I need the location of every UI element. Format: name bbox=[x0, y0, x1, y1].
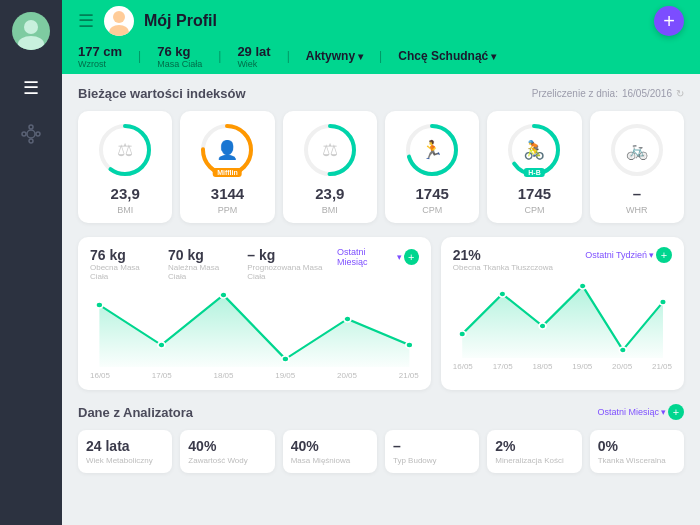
indices-title: Bieżące wartości indeksów bbox=[78, 86, 246, 101]
sidebar-icon-link[interactable] bbox=[13, 116, 49, 152]
card-value-2: 23,9 bbox=[315, 185, 344, 203]
svg-point-0 bbox=[24, 20, 38, 34]
topbar-stat-age: 29 lat Wiek bbox=[237, 44, 270, 69]
svg-point-2 bbox=[27, 130, 35, 138]
svg-point-6 bbox=[36, 132, 40, 136]
circle-0: ⚖ bbox=[96, 121, 154, 179]
refresh-icon[interactable]: ↻ bbox=[676, 88, 684, 99]
analyzer-add-btn[interactable]: + bbox=[668, 404, 684, 420]
circle-1: 👤 Mifflin bbox=[198, 121, 256, 179]
card-label-4: CPM bbox=[524, 205, 544, 215]
add-button[interactable]: + bbox=[654, 6, 684, 36]
card-icon-2: ⚖ bbox=[322, 139, 338, 161]
tkanka-chart-stats: 21%Obecna Tkanka Tłuszczowa bbox=[453, 247, 553, 272]
index-card-3: 🏃 1745 CPM bbox=[385, 111, 479, 223]
stat-age-label: Wiek bbox=[237, 59, 257, 69]
active-dropdown[interactable]: Aktywny ▾ bbox=[306, 49, 363, 63]
svg-point-5 bbox=[22, 132, 26, 136]
svg-point-1 bbox=[18, 36, 44, 50]
card-label-1: PPM bbox=[218, 205, 238, 215]
card-label-5: WHR bbox=[626, 205, 648, 215]
indices-date: Przeliczenie z dnia: 16/05/2016 ↻ bbox=[532, 88, 684, 99]
analyzer-card-5: 0%Tkanka Wisceralna bbox=[590, 430, 684, 473]
card-icon-5: 🚲 bbox=[626, 139, 648, 161]
stat-weight-label: Masa Ciała bbox=[157, 59, 202, 69]
tkanka-chart-dates: 16/0517/0518/0519/0520/0521/05 bbox=[453, 362, 672, 371]
svg-point-32 bbox=[539, 323, 546, 329]
topbar-title: Mój Profil bbox=[144, 12, 217, 30]
tkanka-stat-0: 21%Obecna Tkanka Tłuszczowa bbox=[453, 247, 553, 272]
svg-point-9 bbox=[109, 25, 129, 36]
stat-weight-value: 76 kg bbox=[157, 44, 190, 59]
svg-point-28 bbox=[406, 342, 413, 348]
svg-marker-29 bbox=[462, 286, 663, 358]
card-label-3: CPM bbox=[422, 205, 442, 215]
svg-point-31 bbox=[499, 291, 506, 297]
indices-section-header: Bieżące wartości indeksów Przeliczenie z… bbox=[78, 86, 684, 101]
masa-chart-panel: 76 kgObecna Masa Ciała70 kgNależna Masa … bbox=[78, 237, 431, 390]
svg-point-23 bbox=[96, 302, 103, 308]
analyzer-card-2: 40%Masa Mięśniowa bbox=[283, 430, 377, 473]
topbar-avatar bbox=[104, 6, 134, 36]
card-value-5: – bbox=[633, 185, 641, 203]
circle-2: ⚖ bbox=[301, 121, 359, 179]
masa-dropdown[interactable]: Ostatni Miesiąc ▾ + bbox=[337, 247, 419, 267]
circle-5: 🚲 bbox=[608, 121, 666, 179]
svg-point-8 bbox=[113, 11, 125, 23]
svg-point-26 bbox=[282, 356, 289, 362]
card-value-0: 23,9 bbox=[111, 185, 140, 203]
content-area: Bieżące wartości indeksów Przeliczenie z… bbox=[62, 74, 700, 525]
svg-point-34 bbox=[619, 347, 626, 353]
svg-point-35 bbox=[659, 299, 666, 305]
index-card-0: ⚖ 23,9 BMI bbox=[78, 111, 172, 223]
card-icon-1: 👤 bbox=[216, 139, 238, 161]
masa-add-btn[interactable]: + bbox=[404, 249, 419, 265]
stat-age-value: 29 lat bbox=[237, 44, 270, 59]
sidebar: ☰ bbox=[0, 0, 62, 525]
goal-dropdown[interactable]: Chcę Schudnąć ▾ bbox=[398, 49, 496, 63]
card-badge-4: H-B bbox=[524, 168, 544, 177]
tkanka-add-btn[interactable]: + bbox=[656, 247, 672, 263]
stat-height-label: Wzrost bbox=[78, 59, 106, 69]
card-icon-0: ⚖ bbox=[117, 139, 133, 161]
masa-stat-2: – kgPrognozowana Masa Ciała bbox=[247, 247, 337, 281]
menu-icon[interactable]: ☰ bbox=[78, 10, 94, 32]
analyzer-dropdown[interactable]: Ostatni Miesiąc ▾ + bbox=[597, 404, 684, 420]
masa-stat-1: 70 kgNależna Masa Ciała bbox=[168, 247, 235, 281]
index-card-2: ⚖ 23,9 BMI bbox=[283, 111, 377, 223]
svg-point-33 bbox=[579, 283, 586, 289]
svg-point-24 bbox=[158, 342, 165, 348]
svg-point-27 bbox=[344, 316, 351, 322]
tkanka-chart-header: 21%Obecna Tkanka Tłuszczowa Ostatni Tydz… bbox=[453, 247, 672, 272]
circle-3: 🏃 bbox=[403, 121, 461, 179]
card-label-0: BMI bbox=[117, 205, 133, 215]
index-cards: ⚖ 23,9 BMI 👤 Mifflin 3144 PPM ⚖ 23,9 BMI bbox=[78, 111, 684, 223]
card-label-2: BMI bbox=[322, 205, 338, 215]
tkanka-chart-panel: 21%Obecna Tkanka Tłuszczowa Ostatni Tydz… bbox=[441, 237, 684, 390]
topbar: ☰ Mój Profil + 177 cm Wzrost | 76 kg Mas… bbox=[62, 0, 700, 74]
svg-point-3 bbox=[29, 125, 33, 129]
circle-4: 🚴 H-B bbox=[505, 121, 563, 179]
card-value-3: 1745 bbox=[415, 185, 448, 203]
svg-point-30 bbox=[459, 331, 466, 337]
sidebar-icon-menu[interactable]: ☰ bbox=[13, 70, 49, 106]
topbar-row2: 177 cm Wzrost | 76 kg Masa Ciała | 29 la… bbox=[78, 42, 684, 74]
analyzer-title: Dane z Analizatora bbox=[78, 405, 193, 420]
card-value-4: 1745 bbox=[518, 185, 551, 203]
analyzer-card-3: –Typ Budowy bbox=[385, 430, 479, 473]
masa-chart-area bbox=[90, 287, 419, 367]
card-badge-1: Mifflin bbox=[213, 168, 242, 177]
card-value-1: 3144 bbox=[211, 185, 244, 203]
masa-chart-stats: 76 kgObecna Masa Ciała70 kgNależna Masa … bbox=[90, 247, 337, 281]
sidebar-avatar[interactable] bbox=[12, 12, 50, 50]
card-icon-4: 🚴 bbox=[523, 139, 545, 161]
svg-point-4 bbox=[29, 139, 33, 143]
analyzer-cards: 24 lataWiek Metaboliczny40%Zawartość Wod… bbox=[78, 430, 684, 473]
tkanka-dropdown[interactable]: Ostatni Tydzień ▾ + bbox=[585, 247, 672, 263]
topbar-stat-weight: 76 kg Masa Ciała bbox=[157, 44, 202, 69]
analyzer-card-4: 2%Mineralizacja Kości bbox=[487, 430, 581, 473]
masa-stat-0: 76 kgObecna Masa Ciała bbox=[90, 247, 156, 281]
analyzer-card-1: 40%Zawartość Wody bbox=[180, 430, 274, 473]
index-card-5: 🚲 – WHR bbox=[590, 111, 684, 223]
topbar-stat-height: 177 cm Wzrost bbox=[78, 44, 122, 69]
